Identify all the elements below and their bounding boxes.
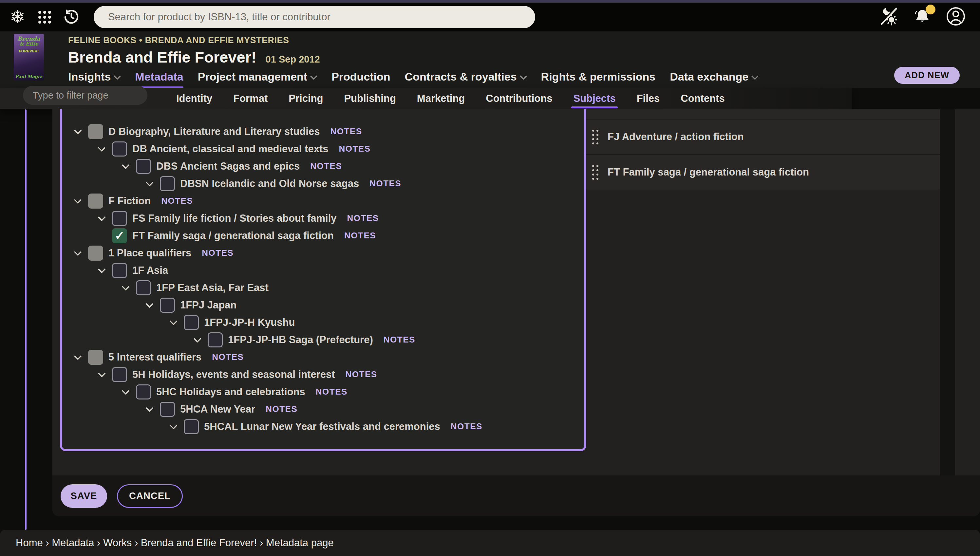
subject-checkbox[interactable] <box>112 367 127 382</box>
primary-nav-item[interactable]: Contracts & royalties <box>405 70 527 83</box>
subject-notes-link[interactable]: NOTES <box>161 196 193 206</box>
metadata-tab-label[interactable]: Contributions <box>486 93 552 105</box>
subject-checkbox[interactable] <box>88 194 103 208</box>
primary-nav-item-label[interactable]: Rights & permissions <box>541 70 656 83</box>
subject-notes-link[interactable]: NOTES <box>344 231 376 241</box>
primary-nav-item-label[interactable]: Production <box>332 70 390 83</box>
chevron-down-icon[interactable] <box>146 302 155 308</box>
metadata-tab-label[interactable]: Pricing <box>289 93 323 105</box>
history-icon[interactable] <box>63 8 80 26</box>
subject-notes-link[interactable]: NOTES <box>346 369 377 380</box>
subject-checkbox[interactable] <box>136 159 151 174</box>
chevron-down-icon[interactable] <box>169 320 179 325</box>
primary-nav-item[interactable]: Rights & permissions <box>541 70 656 83</box>
subject-checkbox[interactable] <box>136 280 151 295</box>
notifications-bell-icon[interactable] <box>913 8 931 26</box>
add-new-button[interactable]: ADD NEW <box>894 67 960 84</box>
metadata-tab-label[interactable]: Marketing <box>417 93 465 105</box>
subject-checkbox[interactable]: ✓ <box>112 228 127 243</box>
selected-subject-row[interactable]: FJ Adventure / action fiction <box>586 120 940 155</box>
subject-checkbox[interactable] <box>160 402 175 417</box>
save-button[interactable]: SAVE <box>61 484 107 508</box>
primary-nav-item-label[interactable]: Insights <box>68 70 111 83</box>
metadata-tab[interactable]: Identity <box>176 88 212 109</box>
chevron-down-icon[interactable] <box>74 354 84 360</box>
subject-checkbox[interactable] <box>112 211 127 226</box>
cancel-button[interactable]: CANCEL <box>117 484 183 508</box>
subject-checkbox[interactable] <box>184 315 199 330</box>
page-filter-input[interactable] <box>23 86 147 105</box>
chevron-down-icon[interactable] <box>98 268 107 273</box>
primary-nav-item-label[interactable]: Metadata <box>135 70 183 83</box>
primary-nav-item-label[interactable]: Contracts & royalties <box>405 70 517 83</box>
chevron-down-icon[interactable] <box>121 163 131 169</box>
chevron-down-icon[interactable] <box>74 250 84 256</box>
primary-nav-item[interactable]: Metadata <box>135 70 183 83</box>
metadata-tab-label[interactable]: Identity <box>176 93 212 105</box>
metadata-tab-label[interactable]: Format <box>233 93 268 105</box>
subject-checkbox[interactable] <box>112 263 127 278</box>
subject-checkbox[interactable] <box>88 124 103 139</box>
breadcrumb[interactable]: Home › Metadata › Works › Brenda and Eff… <box>16 537 334 549</box>
chevron-down-icon[interactable] <box>146 406 155 412</box>
drag-handle-icon[interactable] <box>592 165 598 180</box>
metadata-tab-label[interactable]: Subjects <box>573 93 615 105</box>
metadata-tab[interactable]: Files <box>637 88 660 109</box>
chevron-down-icon[interactable] <box>74 198 84 204</box>
subject-checkbox[interactable] <box>160 176 175 191</box>
selected-subject-row[interactable]: FT Family saga / generational saga ficti… <box>586 155 940 190</box>
primary-nav-item[interactable]: Insights <box>68 70 121 83</box>
subject-notes-link[interactable]: NOTES <box>383 335 415 345</box>
metadata-tab-label[interactable]: Publishing <box>344 93 396 105</box>
subject-notes-link[interactable]: NOTES <box>451 422 482 432</box>
subject-notes-link[interactable]: NOTES <box>330 126 362 137</box>
metadata-tab[interactable]: Publishing <box>344 88 396 109</box>
chevron-down-icon[interactable] <box>146 181 155 186</box>
app-grid-icon[interactable] <box>38 11 51 24</box>
metadata-tab[interactable]: Marketing <box>417 88 465 109</box>
account-avatar-icon[interactable] <box>945 6 966 28</box>
subject-checkbox[interactable] <box>112 141 127 157</box>
metadata-tab-label[interactable]: Contents <box>681 93 724 105</box>
primary-nav-item-label[interactable]: Data exchange <box>670 70 749 83</box>
primary-nav-item[interactable]: Project management <box>198 70 317 83</box>
subject-notes-link[interactable]: NOTES <box>212 352 244 362</box>
subject-label: 5HCA New Year <box>180 403 255 415</box>
subject-notes-link[interactable]: NOTES <box>347 213 379 223</box>
subject-notes-link[interactable]: NOTES <box>310 161 342 171</box>
subject-checkbox[interactable] <box>136 385 151 399</box>
chevron-down-icon[interactable] <box>193 337 203 343</box>
snowflake-logo-icon[interactable]: ❄ <box>10 8 25 26</box>
scrollbar-track[interactable] <box>940 109 955 516</box>
metadata-tab[interactable]: Format <box>233 88 268 109</box>
metadata-tab-label[interactable]: Files <box>637 93 660 105</box>
subject-checkbox[interactable] <box>160 297 175 313</box>
primary-nav-item[interactable]: Data exchange <box>670 70 758 83</box>
drag-handle-icon[interactable] <box>592 130 598 144</box>
primary-nav-item[interactable]: Production <box>332 70 390 83</box>
metadata-tab[interactable]: Contributions <box>486 88 552 109</box>
subject-checkbox[interactable] <box>208 332 223 348</box>
subject-checkbox[interactable] <box>88 350 103 365</box>
subject-checkbox[interactable] <box>184 419 199 434</box>
search-input[interactable] <box>94 6 535 28</box>
chevron-down-icon[interactable] <box>98 372 107 377</box>
primary-nav-item-label[interactable]: Project management <box>198 70 307 83</box>
chevron-down-icon[interactable] <box>74 129 84 134</box>
subject-notes-link[interactable]: NOTES <box>339 144 370 154</box>
chevron-down-icon[interactable] <box>98 146 107 152</box>
imprint-series-line[interactable]: FELINE BOOKS • BRENDA AND EFFIE MYSTERIE… <box>68 36 320 45</box>
metadata-tab[interactable]: Pricing <box>289 88 323 109</box>
subject-checkbox[interactable] <box>88 246 103 261</box>
chevron-down-icon[interactable] <box>121 389 131 394</box>
subject-notes-link[interactable]: NOTES <box>266 404 298 414</box>
chevron-down-icon[interactable] <box>169 424 179 429</box>
subject-notes-link[interactable]: NOTES <box>369 178 401 189</box>
subject-notes-link[interactable]: NOTES <box>202 248 233 258</box>
subject-notes-link[interactable]: NOTES <box>316 387 348 397</box>
chevron-down-icon[interactable] <box>98 215 107 221</box>
metadata-tab[interactable]: Subjects <box>573 88 615 109</box>
theme-toggle-icon[interactable] <box>878 6 899 28</box>
metadata-tab[interactable]: Contents <box>681 88 724 109</box>
chevron-down-icon[interactable] <box>121 285 131 291</box>
